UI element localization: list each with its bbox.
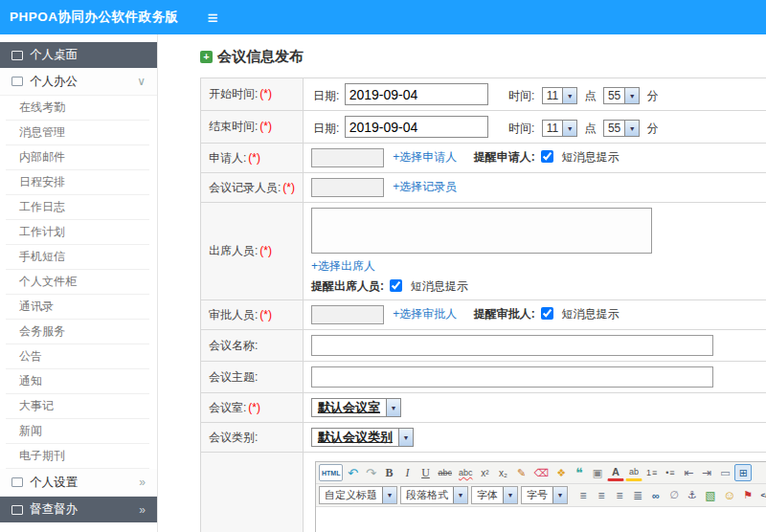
sidebar-group-office[interactable]: 个人办公 ∨ bbox=[0, 68, 157, 96]
field-label: 开始时间: bbox=[209, 87, 258, 100]
calendar-icon[interactable]: ▣ bbox=[589, 464, 606, 481]
redo-icon[interactable]: ↷ bbox=[362, 464, 379, 481]
code-icon[interactable]: </> bbox=[757, 487, 766, 504]
sidebar-item[interactable]: 电子期刊 bbox=[6, 444, 149, 469]
font-color-icon[interactable]: A bbox=[607, 464, 624, 481]
sidebar-item[interactable]: 会务服务 bbox=[6, 320, 149, 344]
sidebar-item[interactable]: 工作计划 bbox=[6, 220, 149, 245]
editor-toolbar-row1: HTML↶↷BIUabcabcx²x₂✎⌫❖❝▣Aab1≡•≡⇤⇥▭⊞ bbox=[316, 462, 766, 484]
flag-icon[interactable]: ⚑ bbox=[739, 487, 756, 504]
field-label: 会议记录人员: bbox=[209, 181, 281, 194]
underline-icon[interactable]: U bbox=[417, 464, 434, 481]
strikethrough-icon[interactable]: abc bbox=[435, 464, 455, 481]
highlight-icon[interactable]: ab bbox=[625, 464, 642, 481]
superscript-icon[interactable]: x² bbox=[477, 464, 494, 481]
form-row-end-time: 结束时间:(*) 日期: 时间: 11▼ 点 55▼ 分 bbox=[201, 111, 766, 144]
outdent-icon[interactable]: ⇤ bbox=[680, 464, 697, 481]
sidebar-item-supervise[interactable]: 督查督办 » bbox=[0, 497, 157, 522]
sidebar-item[interactable]: 新闻 bbox=[6, 419, 149, 444]
choose-recorder-link[interactable]: +选择记录员 bbox=[393, 180, 457, 193]
anchor-icon[interactable]: ⚓ bbox=[684, 487, 701, 504]
format-brush-icon[interactable]: ✎ bbox=[513, 464, 530, 481]
unlink-icon[interactable]: ∅ bbox=[665, 487, 683, 504]
choose-attendee-link[interactable]: +选择出席人 bbox=[311, 259, 375, 273]
sidebar-item[interactable]: 个人文件柜 bbox=[6, 270, 149, 295]
meeting-room-select[interactable]: 默认会议室▼ bbox=[311, 398, 401, 417]
unordered-list-icon[interactable]: •≡ bbox=[662, 464, 679, 481]
recorder-input[interactable] bbox=[311, 178, 384, 197]
ordered-list-icon[interactable]: 1≡ bbox=[643, 464, 661, 481]
start-minute-select[interactable]: 55▼ bbox=[603, 87, 640, 104]
align-center-icon[interactable]: ≡ bbox=[593, 487, 610, 504]
html-icon[interactable]: HTML bbox=[319, 464, 343, 481]
sidebar-item[interactable]: 通讯录 bbox=[6, 295, 149, 320]
attendee-textarea[interactable] bbox=[311, 208, 652, 254]
sms-label: 短消息提示 bbox=[561, 150, 619, 164]
subscript-icon[interactable]: x₂ bbox=[495, 464, 512, 481]
editor-format-select[interactable]: 段落格式▼ bbox=[400, 486, 468, 504]
end-hour-select[interactable]: 11▼ bbox=[542, 120, 577, 137]
app-title: PHPOA协同办公软件政务版 bbox=[10, 9, 179, 26]
sidebar-item[interactable]: 大事记 bbox=[6, 394, 149, 419]
field-label: 会议室: bbox=[209, 401, 246, 414]
spellcheck-icon[interactable]: abc bbox=[456, 464, 476, 481]
meeting-category-select[interactable]: 默认会议类别▼ bbox=[311, 428, 414, 447]
align-left-icon[interactable]: ≡ bbox=[574, 487, 592, 504]
meeting-name-input[interactable] bbox=[311, 335, 713, 356]
align-justify-icon[interactable]: ≣ bbox=[629, 487, 646, 504]
required-mark: (*) bbox=[259, 244, 272, 257]
required-mark: (*) bbox=[259, 120, 272, 133]
meeting-subject-input[interactable] bbox=[311, 366, 713, 388]
form-row-recorder: 会议记录人员:(*) +选择记录员 bbox=[201, 173, 766, 203]
sidebar-item[interactable]: 日程安排 bbox=[6, 170, 149, 195]
align-right-icon[interactable]: ≡ bbox=[611, 487, 628, 504]
emotion-icon[interactable]: ☺ bbox=[720, 487, 738, 504]
indent-icon[interactable]: ⇥ bbox=[698, 464, 715, 481]
start-hour-select[interactable]: 11▼ bbox=[542, 87, 577, 104]
editor-format-select[interactable]: 字号▼ bbox=[521, 486, 568, 504]
sidebar-item[interactable]: 通知 bbox=[6, 369, 149, 394]
eraser-icon[interactable]: ⌫ bbox=[531, 464, 552, 481]
link-icon[interactable]: ∞ bbox=[647, 487, 665, 504]
sidebar-item[interactable]: 手机短信 bbox=[6, 245, 149, 270]
sms-remind-checkbox[interactable] bbox=[390, 279, 402, 292]
sidebar-item[interactable]: 在线考勤 bbox=[6, 96, 149, 121]
choose-approver-link[interactable]: +选择审批人 bbox=[393, 307, 457, 321]
sidebar-item[interactable]: 内部邮件 bbox=[6, 145, 149, 170]
new-page-icon[interactable]: ▭ bbox=[716, 464, 733, 481]
editor-content-area[interactable] bbox=[316, 507, 766, 532]
start-date-input[interactable] bbox=[345, 83, 488, 105]
dropdown-arrow-icon: ▼ bbox=[624, 88, 639, 103]
sms-remind-checkbox[interactable] bbox=[541, 307, 553, 320]
image-icon[interactable]: ▧ bbox=[702, 487, 719, 504]
italic-icon[interactable]: I bbox=[398, 464, 416, 481]
field-label: 审批人员: bbox=[209, 308, 258, 321]
sidebar-item[interactable]: 消息管理 bbox=[6, 121, 149, 145]
dropdown-arrow-icon: ▼ bbox=[624, 121, 639, 136]
end-minute-select[interactable]: 55▼ bbox=[603, 120, 640, 137]
sidebar-item[interactable]: 工作日志 bbox=[6, 195, 149, 220]
remind-label: 提醒出席人员: bbox=[311, 279, 384, 293]
form-row-meeting-name: 会议名称: bbox=[201, 330, 766, 362]
sidebar-item[interactable]: 公告 bbox=[6, 344, 149, 369]
menu-icon[interactable]: ≡ bbox=[208, 9, 218, 27]
gear-icon bbox=[11, 477, 23, 487]
editor-format-select[interactable]: 自定义标题▼ bbox=[319, 486, 397, 504]
editor-format-select[interactable]: 字体▼ bbox=[471, 486, 518, 504]
sms-remind-checkbox[interactable] bbox=[541, 150, 553, 163]
field-label: 结束时间: bbox=[209, 120, 258, 133]
fullscreen-icon[interactable]: ⊞ bbox=[734, 464, 752, 481]
sidebar-group-settings[interactable]: 个人设置 » bbox=[0, 469, 157, 497]
paint-icon[interactable]: ❖ bbox=[552, 464, 570, 481]
sidebar-item-desktop[interactable]: 个人桌面 bbox=[0, 42, 157, 68]
approver-input[interactable] bbox=[311, 305, 384, 324]
undo-icon[interactable]: ↶ bbox=[344, 464, 361, 481]
choose-applicant-link[interactable]: +选择申请人 bbox=[393, 150, 457, 164]
sidebar-item-label: 督查督办 bbox=[30, 501, 78, 518]
applicant-input[interactable] bbox=[311, 148, 384, 167]
bold-icon[interactable]: B bbox=[380, 464, 397, 481]
sidebar-group-label: 个人办公 bbox=[30, 74, 78, 90]
blockquote-icon[interactable]: ❝ bbox=[571, 464, 588, 481]
form-row-approver: 审批人员:(*) +选择审批人 提醒审批人: 短消息提示 bbox=[201, 300, 766, 330]
end-date-input[interactable] bbox=[345, 116, 488, 138]
